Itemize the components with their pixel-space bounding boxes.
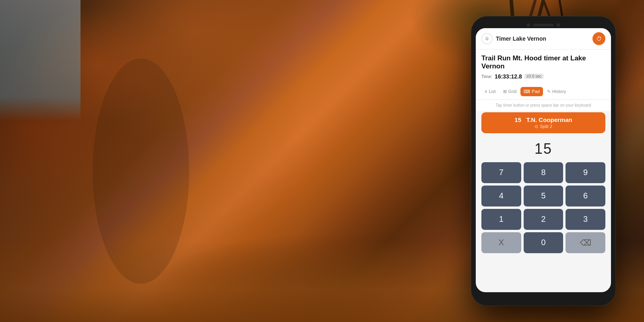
bib-number: 15 xyxy=(514,116,521,123)
phone-speaker xyxy=(533,24,553,26)
timer-row: Time: 16:33:12.8 ±0.0 sec xyxy=(481,73,605,80)
history-icon: ✎ xyxy=(547,89,551,94)
numpad-key-1[interactable]: 1 xyxy=(481,209,521,230)
pad-icon: ⌨ xyxy=(524,89,530,94)
bib-button[interactable]: 15 T.N. Cooperman ⊙ Split 2 xyxy=(481,112,605,133)
tab-history[interactable]: ✎ History xyxy=(544,87,569,96)
race-info: Trail Run Mt. Hood timer at Lake Vernon … xyxy=(476,50,611,87)
numpad-key-clear[interactable]: X xyxy=(481,232,521,253)
numpad-key-6[interactable]: 6 xyxy=(566,186,605,206)
numpad-key-4[interactable]: 4 xyxy=(481,186,521,206)
numpad-key-2[interactable]: 2 xyxy=(524,209,564,230)
bib-split: ⊙ Split 2 xyxy=(535,124,552,129)
svg-point-14 xyxy=(93,58,189,284)
location-number: ① xyxy=(485,36,489,41)
app-header-left: ① Timer Lake Vernon xyxy=(481,33,546,44)
phone-camera xyxy=(527,23,530,27)
tab-bar: ≡ List ⊞ Grid ⌨ Pad ✎ History xyxy=(476,87,611,100)
numpad-key-0[interactable]: 0 xyxy=(524,232,564,253)
app-title: Timer Lake Vernon xyxy=(496,35,546,42)
list-icon: ≡ xyxy=(485,89,487,94)
grid-icon: ⊞ xyxy=(503,89,507,94)
phone-screen: ① Timer Lake Vernon ⏱ Trail Run Mt. Hood… xyxy=(476,28,611,292)
numpad-key-8[interactable]: 8 xyxy=(524,162,564,183)
number-display: 15 xyxy=(476,137,611,162)
hint-text: Tap timer button or press space bar on y… xyxy=(476,100,611,111)
runner-silhouette xyxy=(60,40,221,302)
tab-grid[interactable]: ⊞ Grid xyxy=(500,87,520,96)
phone-device: ① Timer Lake Vernon ⏱ Trail Run Mt. Hood… xyxy=(471,16,616,306)
numpad-key-5[interactable]: 5 xyxy=(524,186,564,206)
split-icon: ⊙ xyxy=(535,124,538,129)
numpad: 7 8 9 4 5 6 1 2 3 X 0 ⌫ xyxy=(476,162,611,257)
timer-accuracy: ±0.0 sec xyxy=(524,74,544,79)
phone-wrapper: ① Timer Lake Vernon ⏱ Trail Run Mt. Hood… xyxy=(459,8,628,314)
race-title: Trail Run Mt. Hood timer at Lake Vernon xyxy=(481,54,605,71)
phone-top-bar xyxy=(476,21,611,28)
numpad-key-7[interactable]: 7 xyxy=(481,162,521,183)
tab-list-label: List xyxy=(489,89,495,94)
tab-pad[interactable]: ⌨ Pad xyxy=(520,87,543,96)
bib-name: T.N. Cooperman xyxy=(526,116,572,123)
tab-grid-label: Grid xyxy=(508,89,517,94)
timer-label: Time: xyxy=(481,74,492,79)
app-header: ① Timer Lake Vernon ⏱ xyxy=(476,28,611,50)
tab-pad-label: Pad xyxy=(532,89,540,94)
phone-camera-2 xyxy=(557,23,560,27)
location-icon: ① xyxy=(481,33,493,44)
split-label: Split 2 xyxy=(540,124,552,129)
bib-number-name: 15 T.N. Cooperman xyxy=(514,116,572,123)
app-timer-icon[interactable]: ⏱ xyxy=(592,32,605,45)
tab-list[interactable]: ≡ List xyxy=(481,87,499,96)
timer-value: 16:33:12.8 xyxy=(495,73,522,80)
tab-history-label: History xyxy=(552,89,566,94)
numpad-key-backspace[interactable]: ⌫ xyxy=(566,232,605,253)
numpad-key-3[interactable]: 3 xyxy=(566,209,605,230)
numpad-key-9[interactable]: 9 xyxy=(566,162,605,183)
